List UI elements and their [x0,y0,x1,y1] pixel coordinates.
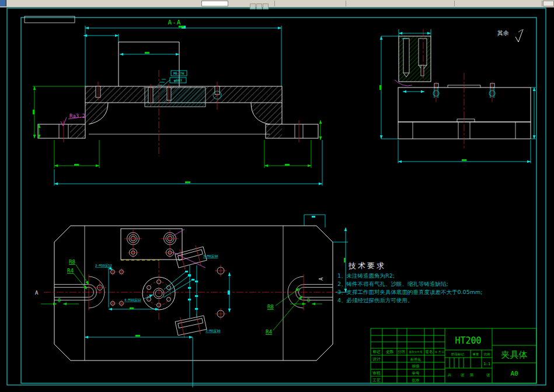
tb-label-fenqu: 分区 [398,349,406,354]
tb-label-jieduan: 阶段标记 [451,352,465,356]
plan-clamp-dimensions [188,265,198,318]
bushing-large-right [161,230,179,247]
section-dimensions-bottom [54,140,322,186]
bushing-small-left [128,247,138,258]
thread-callout-1: M6-7H [173,71,184,75]
tb-label-gongyi: 工艺 [372,378,381,383]
clamp-bottom-callout: 3-M8深10 [205,329,220,333]
tb-label-zhongliang: 重量 [473,352,480,356]
tb-label-bili: 比例 [484,352,490,356]
tb-part-name: 夹具体 [501,349,528,360]
section-marker-left: A [35,290,39,296]
tb-label-xuehao: 学号 [412,371,420,376]
thread-callout-2: φ6H7 [174,78,183,83]
tb-scale-value: 1:1 [483,362,490,366]
side-view-roughness-note: 其余 [497,29,523,42]
ra-label: Ra3.2 [69,113,85,119]
plan-outline [54,226,333,360]
title-block: 标记 处数 分区 更改文件号 签名 年 月 日 设计 审核 工艺 标准化 班级 … [371,328,536,383]
r4-label: R4 [67,268,74,274]
tech-req-item-3: 3、支撑工作面对夹具体底面的垂直度误差不大于0.05mm; [337,289,482,295]
tb-label-qianming: 签名 [426,349,433,354]
plan-radius-labels-right: R8 R4 8 [266,288,322,335]
roughness-icon [515,29,523,42]
tb-material: HT200 [455,335,481,346]
section-dimensions-top [83,26,281,86]
plan-top-plate [121,229,205,268]
tb-paper-size: A0 [510,370,518,377]
plan-center-boss: 4-M10深12 [124,261,194,320]
side-view-tower [395,29,431,92]
tb-label-shenhe: 审核 [372,371,381,376]
tech-req-item-1: 1、未注铸造圆角为R2; [337,272,395,279]
section-thread-callouts: M6-7H φ6H7 [158,71,187,86]
tb-label-banji: 班级 [412,364,420,369]
tb-label-zhang2: 张 [486,373,490,377]
tech-req-item-4: 4、必须经过探伤后方可使用。 [337,297,413,303]
tb-label-sheji: 设计 [372,357,381,362]
plan-clamp-block-bottom [175,312,207,339]
r8-label: R8 [267,304,274,310]
section-marker-right: A [318,277,324,281]
tech-requirements: 技术要求 1、未注铸造圆角为R2; 2、铸件不得有气孔、沙眼、缩孔等铸造缺陷; … [337,261,482,303]
center-hole-callout: 4-M10深12 [124,298,141,302]
tech-requirements-title: 技术要求 [348,261,386,270]
section-center-boss [145,84,205,107]
section-view-aa: A-A [33,19,322,186]
dim-8-left: 8 [58,298,61,303]
tb-label-gong: 共 [448,373,452,377]
dim-8-right: 8 [307,298,310,303]
tb-label-pizhun: 批准 [412,378,420,383]
bushing-large-left [124,230,142,247]
tb-label-biaozhunhua: 标准化 [410,357,421,362]
clamp-top-callout: 3-M8深10 [203,254,218,258]
tb-label-di: 第 [470,373,474,377]
tb-label-biaoji: 标记 [372,349,381,354]
side-view-body [398,73,531,149]
tb-label-zhang1: 张 [461,373,465,377]
r4-label: R4 [266,329,272,335]
tb-label-date: 年 月 日 [435,351,445,354]
plan-view: A A R8 R4 8 R8 R4 8 [35,215,348,387]
tech-req-item-2: 2、铸件不得有气孔、沙眼、缩孔等铸造缺陷; [337,281,448,287]
surface-note-text: 其余 [497,30,509,36]
r8-label: R8 [69,259,75,265]
tb-label-chushu: 处数 [386,349,395,354]
side-view: 其余 [379,29,536,163]
cad-viewer-screen: A-A [0,0,554,392]
section-view-title: A-A [168,19,182,26]
drawing-canvas: A-A [0,0,554,392]
pin-hole-callout: 2-M10深12 [95,264,112,268]
tb-label-genggai: 更改文件号 [409,350,423,354]
